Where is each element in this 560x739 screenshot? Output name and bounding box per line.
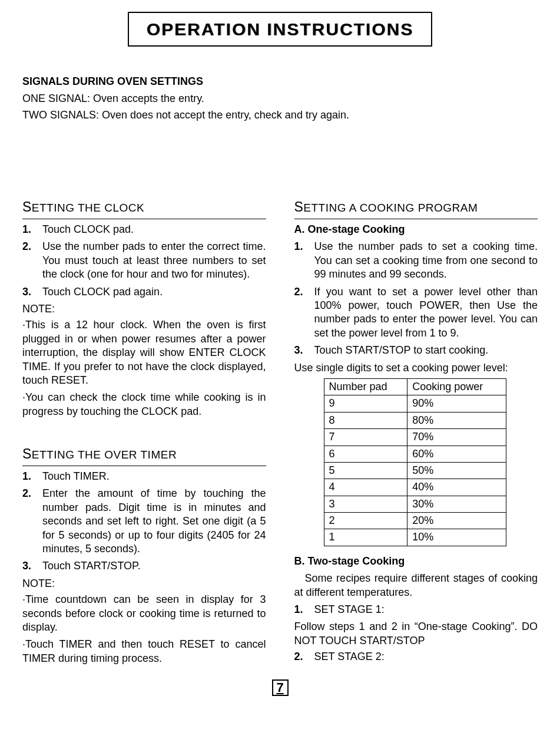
list-item: 3.Touch START/STOP. <box>22 559 266 573</box>
timer-steps: 1.Touch TIMER. 2.Enter the amount of tim… <box>22 470 266 573</box>
note-label: NOTE: <box>22 302 266 316</box>
list-item: 3.Touch CLOCK pad again. <box>22 285 266 299</box>
cook-a-steps: 1.Use the number pads to set a cooking t… <box>294 240 538 357</box>
table-cell: 60% <box>407 446 506 462</box>
page-title: OPERATION INSTRUCTIONS <box>147 19 413 39</box>
step-text: SET STAGE 1: <box>314 603 538 616</box>
table-cell: 30% <box>407 496 506 512</box>
step-number: 2. <box>294 285 314 341</box>
step-number: 2. <box>22 487 42 556</box>
clock-steps: 1.Touch CLOCK pad. 2.Use the number pads… <box>22 223 266 299</box>
step-text: If you want to set a power level other t… <box>314 285 538 341</box>
table-header: Cooking power <box>407 378 506 395</box>
table-cell: 9 <box>324 395 407 412</box>
list-item: 1.Touch TIMER. <box>22 470 266 483</box>
list-item: 2.Enter the amount of time by touching t… <box>22 487 266 556</box>
table-cell: 70% <box>407 429 506 446</box>
intro-line-1: ONE SIGNAL: Oven accepts the entry. <box>22 92 538 105</box>
section-heading-timer: SETTING THE OVER TIMER <box>22 446 266 466</box>
table-cell: 20% <box>407 513 506 529</box>
cook-b-steps-2: 2.SET STAGE 2: <box>294 650 538 664</box>
step-text: Enter the amount of time by touching the… <box>42 487 266 556</box>
intro-block: SIGNALS DURING OVEN SETTINGS ONE SIGNAL:… <box>22 75 538 122</box>
table-row: Number pad Cooking power <box>324 378 506 395</box>
table-row: 880% <box>324 412 506 428</box>
b-follow-text: Follow steps 1 and 2 in “One-stage Cooki… <box>294 620 538 648</box>
step-number: 1. <box>294 603 314 616</box>
note-label: NOTE: <box>22 577 266 590</box>
table-cell: 5 <box>324 462 407 479</box>
step-text: Touch CLOCK pad again. <box>42 285 266 299</box>
table-row: 220% <box>324 513 506 529</box>
step-text: Use the number pads to set a cooking tim… <box>314 240 538 281</box>
step-text: SET STAGE 2: <box>314 650 538 664</box>
right-column: SETTING A COOKING PROGRAM A. One-stage C… <box>294 199 538 669</box>
table-cell: 40% <box>407 479 506 496</box>
heading-cap: S <box>22 446 32 461</box>
list-item: 2.Use the number pads to enter the corre… <box>22 240 266 281</box>
table-cell: 7 <box>324 429 407 446</box>
list-item: 2.SET STAGE 2: <box>294 650 538 664</box>
intro-line-2: TWO SIGNALS: Oven does not accept the en… <box>22 108 538 122</box>
page-number: 7 <box>272 679 289 696</box>
table-row: 770% <box>324 429 506 446</box>
cook-b-steps: 1.SET STAGE 1: <box>294 603 538 616</box>
table-row: 550% <box>324 462 506 479</box>
note-bullet: ·You can check the clock time while cook… <box>22 391 266 418</box>
step-number: 3. <box>22 285 42 299</box>
table-cell: 50% <box>407 462 506 479</box>
heading-rest: ETTING THE CLOCK <box>32 202 144 214</box>
table-cell: 2 <box>324 513 407 529</box>
list-item: 2.If you want to set a power level other… <box>294 285 538 341</box>
heading-cap: S <box>22 199 32 215</box>
table-row: 330% <box>324 496 506 512</box>
table-cell: 10% <box>407 529 506 546</box>
table-row: 990% <box>324 395 506 412</box>
b-intro-paragraph: Some recipes require different stages of… <box>294 572 538 599</box>
step-number: 1. <box>294 240 314 281</box>
heading-rest: ETTING THE OVER TIMER <box>32 448 177 461</box>
table-cell: 1 <box>324 529 407 546</box>
list-item: 1.SET STAGE 1: <box>294 603 538 616</box>
table-header: Number pad <box>324 378 407 395</box>
step-text: Touch START/STOP to start cooking. <box>314 344 538 357</box>
table-cell: 4 <box>324 479 407 496</box>
step-text: Touch START/STOP. <box>42 559 266 573</box>
table-cell: 6 <box>324 446 407 462</box>
table-row: 110% <box>324 529 506 546</box>
step-text: Touch CLOCK pad. <box>42 223 266 236</box>
heading-rest: ETTING A COOKING PROGRAM <box>303 202 478 214</box>
table-cell: 3 <box>324 496 407 512</box>
two-column-layout: SETTING THE CLOCK 1.Touch CLOCK pad. 2.U… <box>22 199 538 669</box>
title-box: OPERATION INSTRUCTIONS <box>128 12 432 47</box>
table-row: 660% <box>324 446 506 462</box>
step-number: 1. <box>22 223 42 236</box>
table-cell: 80% <box>407 412 506 428</box>
list-item: 1.Touch CLOCK pad. <box>22 223 266 236</box>
step-number: 2. <box>294 650 314 664</box>
table-cell: 90% <box>407 395 506 412</box>
note-bullet: ·This is a 12 hour clock. When the oven … <box>22 318 266 387</box>
intro-heading: SIGNALS DURING OVEN SETTINGS <box>22 75 538 88</box>
list-item: 1.Use the number pads to set a cooking t… <box>294 240 538 281</box>
left-column: SETTING THE CLOCK 1.Touch CLOCK pad. 2.U… <box>22 199 266 669</box>
step-text: Touch TIMER. <box>42 470 266 483</box>
note-bullet: ·Touch TIMER and then touch RESET to can… <box>22 638 266 665</box>
step-number: 1. <box>22 470 42 483</box>
power-level-table: Number pad Cooking power 990% 880% 770% … <box>324 378 506 546</box>
step-number: 2. <box>22 240 42 281</box>
list-item: 3.Touch START/STOP to start cooking. <box>294 344 538 357</box>
step-text: Use the number pads to enter the correct… <box>42 240 266 281</box>
table-cell: 8 <box>324 412 407 428</box>
table-row: 440% <box>324 479 506 496</box>
section-heading-cooking: SETTING A COOKING PROGRAM <box>294 199 538 219</box>
step-number: 3. <box>294 344 314 357</box>
note-bullet: ·Time countdown can be seen in display f… <box>22 593 266 634</box>
power-table-caption: Use single digits to set a cooking power… <box>294 361 538 375</box>
subheading-b: B. Two-stage Cooking <box>294 555 538 568</box>
section-heading-clock: SETTING THE CLOCK <box>22 199 266 219</box>
heading-cap: S <box>294 199 304 215</box>
subheading-a: A. One-stage Cooking <box>294 223 538 236</box>
step-number: 3. <box>22 559 42 573</box>
